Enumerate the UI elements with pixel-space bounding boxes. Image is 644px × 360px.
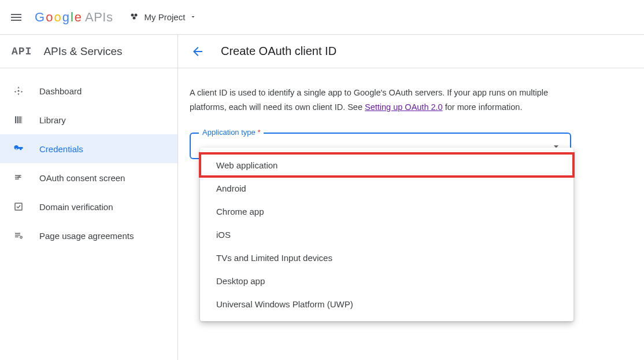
library-icon (13, 114, 24, 126)
dropdown-option-tvs[interactable]: TVs and Limited Input devices (200, 246, 573, 269)
agreements-icon (13, 230, 24, 241)
page-description: A client ID is used to identify a single… (190, 86, 571, 114)
sidebar-item-label: Credentials (39, 144, 83, 154)
svg-point-2 (133, 17, 136, 20)
svg-rect-4 (15, 203, 22, 210)
api-logo-icon: API (12, 46, 32, 57)
dropdown-option-web-application[interactable]: Web application (200, 153, 573, 177)
sidebar-item-label: Domain verification (39, 202, 113, 212)
sidebar-title: APIs & Services (43, 45, 122, 58)
dropdown-option-uwp[interactable]: Universal Windows Platform (UWP) (200, 292, 573, 315)
sidebar: API APIs & Services Dashboard Library (0, 35, 178, 360)
sidebar-item-oauth-consent[interactable]: OAuth consent screen (0, 163, 177, 192)
project-picker[interactable]: My Project (130, 12, 197, 23)
sidebar-item-domain-verification[interactable]: Domain verification (0, 192, 177, 221)
content-header: Create OAuth client ID (178, 35, 644, 68)
sidebar-item-label: Dashboard (39, 86, 82, 96)
svg-point-1 (135, 14, 138, 17)
dropdown-option-desktop[interactable]: Desktop app (200, 269, 573, 292)
google-apis-logo: Google APIs (35, 10, 113, 25)
application-type-dropdown: Web application Android Chrome app iOS T… (200, 148, 573, 321)
sidebar-item-page-usage[interactable]: Page usage agreements (0, 221, 177, 250)
svg-point-0 (131, 14, 134, 17)
dropdown-option-ios[interactable]: iOS (200, 223, 573, 246)
sidebar-header: API APIs & Services (0, 35, 177, 68)
consent-icon (13, 172, 24, 183)
sidebar-item-credentials[interactable]: Credentials (0, 134, 177, 163)
sidebar-item-library[interactable]: Library (0, 105, 177, 134)
dropdown-option-chrome-app[interactable]: Chrome app (200, 200, 573, 223)
page-title: Create OAuth client ID (221, 45, 336, 58)
sidebar-item-label: Library (39, 115, 66, 125)
content-area: Create OAuth client ID A client ID is us… (178, 35, 644, 360)
select-label: Application type * (199, 128, 264, 137)
sidebar-item-dashboard[interactable]: Dashboard (0, 76, 177, 105)
check-box-icon (13, 201, 24, 212)
setup-oauth-link[interactable]: Setting up OAuth 2.0 (365, 102, 443, 112)
svg-point-3 (18, 90, 20, 92)
dashboard-icon (13, 85, 24, 97)
sidebar-item-label: Page usage agreements (39, 231, 134, 241)
top-bar: Google APIs My Project (0, 0, 644, 35)
key-icon (13, 143, 24, 155)
dropdown-option-android[interactable]: Android (200, 177, 573, 200)
project-icon (130, 12, 139, 23)
sidebar-item-label: OAuth consent screen (39, 173, 125, 183)
back-arrow-icon[interactable] (191, 45, 205, 58)
project-name-label: My Project (144, 12, 185, 22)
hamburger-menu-icon[interactable] (9, 10, 23, 24)
dropdown-caret-icon (190, 12, 197, 22)
svg-point-5 (20, 236, 23, 238)
